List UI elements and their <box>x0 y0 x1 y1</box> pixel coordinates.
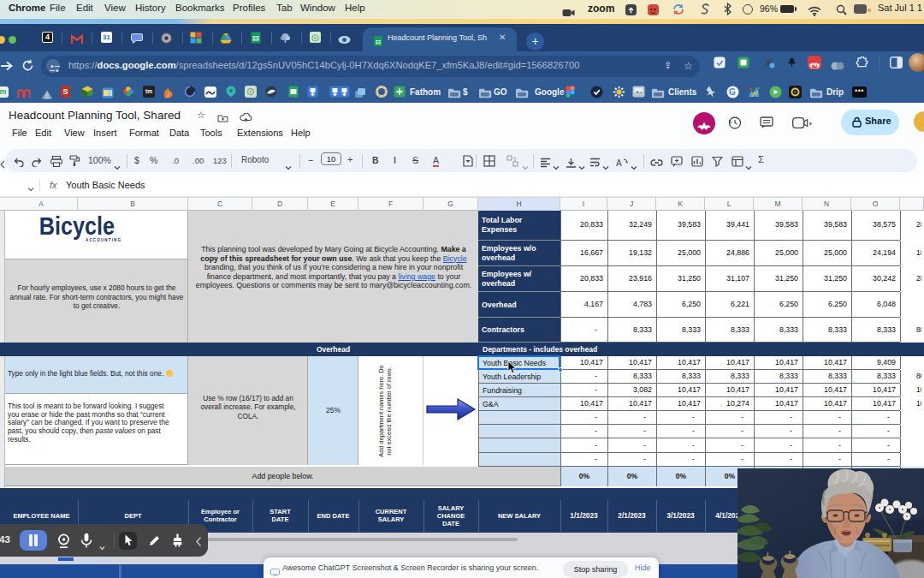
svg-text:Bicycle: Bicycle <box>39 212 115 241</box>
svg-text:A: A <box>616 158 622 168</box>
svg-text:G: G <box>729 87 736 97</box>
svg-text:ACCOUNTING: ACCOUNTING <box>86 238 121 242</box>
